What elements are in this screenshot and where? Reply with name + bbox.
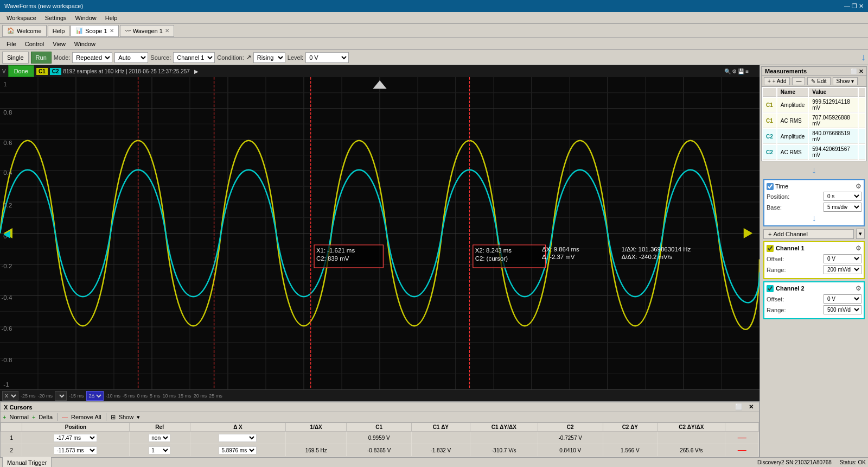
mode-select[interactable]: Repeated Single Auto [72, 52, 112, 63]
cursor-position: -11.573 ms [22, 444, 129, 457]
meas-ch: C2 [763, 145, 776, 160]
cursor-close-icon[interactable]: ✕ [746, 403, 756, 410]
ch1-offset-select[interactable]: 0 V [824, 254, 861, 263]
settings-scope-icon[interactable]: ⚙ [732, 68, 737, 74]
base-select[interactable]: 5 ms/div 1 ms/div 10 ms/div [824, 203, 861, 212]
cursor1-select[interactable]: 1 [55, 391, 67, 401]
time-checkbox[interactable] [767, 183, 774, 190]
cursor-pos-select[interactable]: -17.47 ms [54, 434, 97, 442]
col-c1dy: C1 ΔY [411, 423, 470, 432]
ch1-checkbox[interactable] [767, 245, 774, 252]
position-select[interactable]: 0 s [824, 192, 861, 201]
menu-view[interactable]: View [48, 40, 70, 48]
ch2-offset-select[interactable]: 0 V [824, 294, 861, 304]
mode-label: Mode: [54, 54, 71, 61]
ch1-offset-label: Offset: [767, 256, 784, 262]
export-icon[interactable]: 💾 [738, 68, 744, 74]
menu-control[interactable]: Control [21, 40, 48, 48]
menu-settings[interactable]: Settings [41, 14, 71, 22]
measurements-controls: ⬜ ✕ [851, 68, 863, 74]
more-icon[interactable]: ≡ [745, 68, 749, 74]
cursor2-select[interactable]: 2Δ1 [86, 391, 104, 401]
tab-wavegen1-close[interactable]: ✕ [165, 28, 169, 34]
col-c2: C2 [538, 423, 603, 432]
add-channel-dropdown[interactable]: ▾ [856, 229, 865, 239]
maximize-btn[interactable]: ❐ [852, 3, 857, 9]
level-select[interactable]: 0 V 0.5 V 1 V [305, 52, 349, 63]
cursor-restore-icon[interactable]: ⬜ [733, 403, 745, 410]
cursor-ref: none [129, 432, 190, 444]
meas-edit-btn[interactable]: ✎ Edit [807, 77, 830, 85]
manual-trigger-button[interactable]: Manual Trigger [2, 457, 52, 468]
minimize-btn[interactable]: — [844, 3, 850, 9]
menu-window2[interactable]: Window [70, 40, 100, 48]
ch2-checkbox[interactable] [767, 285, 774, 292]
tab-scope1[interactable]: 📊 Scope 1 ✕ [71, 25, 118, 37]
measurements-title: Measurements [765, 68, 807, 74]
condition-select[interactable]: Rising Falling [253, 52, 285, 63]
ch1-header: Channel 1 ⚙ [767, 244, 861, 252]
auto-select[interactable]: Auto Normal [114, 52, 148, 63]
meas-remove-btn[interactable]: — [792, 77, 805, 85]
meas-name: Amplitude [777, 98, 808, 112]
cursor-pos-select[interactable]: -11.573 ms [54, 446, 97, 455]
x-axis: X -25 ms -20 ms 1 -15 ms 2Δ1 -10 ms -5 m… [0, 389, 760, 401]
tab-welcome[interactable]: 🏠 Welcome [2, 25, 47, 37]
cursor-ref-select[interactable]: none [149, 434, 170, 442]
cursor-delta-plus-icon: + [32, 414, 35, 420]
svg-text:-0.8: -0.8 [2, 357, 12, 363]
meas-row: C2 AC RMS 594.420691567 mV [763, 145, 865, 160]
source-select[interactable]: Channel 1 Channel 2 [173, 52, 215, 63]
meas-value: 594.420691567 mV [809, 145, 858, 160]
cursor-c1: 0.9959 V [347, 432, 412, 444]
cursor-c2dy: 1.566 V [603, 444, 658, 457]
meas-restore-icon[interactable]: ⬜ [851, 68, 857, 74]
menu-help[interactable]: Help [101, 14, 122, 22]
ch2-range-select[interactable]: 500 mV/div 200 mV/div 1 V/div [824, 305, 861, 314]
ch1-range-row: Range: 200 mV/div 500 mV/div 1 V/div [767, 265, 861, 274]
cursor-divider [57, 413, 58, 421]
zoom-icon[interactable]: 🔍 [724, 68, 731, 74]
time-settings-icon[interactable]: ⚙ [856, 182, 861, 190]
menu-workspace[interactable]: Workspace [2, 14, 41, 22]
run-button[interactable]: Run [31, 52, 52, 64]
menu-file[interactable]: File [2, 40, 21, 48]
close-btn[interactable]: ✕ [859, 3, 864, 9]
x-tick-9: 15 ms [178, 393, 192, 399]
ch2-offset-label: Offset: [767, 296, 784, 302]
remove-icon: — [62, 414, 68, 420]
x-tick-3: -15 ms [69, 393, 84, 399]
tab-wavegen1[interactable]: 〰 Wavegen 1 ✕ [120, 25, 174, 37]
ch1-range-select[interactable]: 200 mV/div 500 mV/div 1 V/div [824, 265, 861, 274]
x-tick-1: -25 ms [21, 393, 36, 399]
cursor-dx: 5.8976 ms [190, 444, 285, 457]
meas-show-btn[interactable]: Show ▾ [833, 77, 858, 85]
tab-scope1-close[interactable]: ✕ [110, 28, 114, 34]
x-tick-2: -20 ms [38, 393, 53, 399]
done-button[interactable]: Done [8, 65, 34, 77]
status-ok: Status: OK [840, 459, 866, 465]
v-label: V [2, 68, 6, 74]
cursor-dx-select[interactable]: 5.8976 ms [219, 446, 257, 455]
cursor-dx-select[interactable] [219, 434, 257, 442]
tab-help[interactable]: Help [48, 25, 70, 37]
title-bar: WaveForms (new workspace) — ❐ ✕ [0, 0, 868, 12]
meas-row: C2 Amplitude 840.076688519 mV [763, 129, 865, 144]
meas-close-icon[interactable]: ✕ [859, 68, 863, 74]
ch2-name-label: Channel 2 [776, 285, 853, 292]
menu-window[interactable]: Window [71, 14, 101, 22]
svg-marker-68 [744, 228, 753, 238]
svg-text:-0.4: -0.4 [2, 294, 12, 301]
ch2-settings-btn[interactable]: ⚙ [856, 285, 861, 292]
remove-all-label: Remove All [71, 414, 101, 420]
add-channel-button[interactable]: + Add Channel [763, 229, 854, 239]
single-button[interactable]: Single [2, 52, 29, 64]
meas-col-action [859, 88, 865, 97]
cursor-ref-select[interactable]: 1 [149, 446, 170, 455]
xaxis-type-select[interactable]: X [2, 391, 18, 401]
meas-add-btn[interactable]: + + Add [764, 77, 790, 85]
col-c2dy: C2 ΔY [603, 423, 658, 432]
channel1-panel: Channel 1 ⚙ Offset: 0 V Range: 200 mV/di… [763, 241, 865, 279]
ch1-settings-btn[interactable]: ⚙ [856, 244, 861, 252]
time-base-row: Base: 5 ms/div 1 ms/div 10 ms/div [767, 203, 861, 212]
